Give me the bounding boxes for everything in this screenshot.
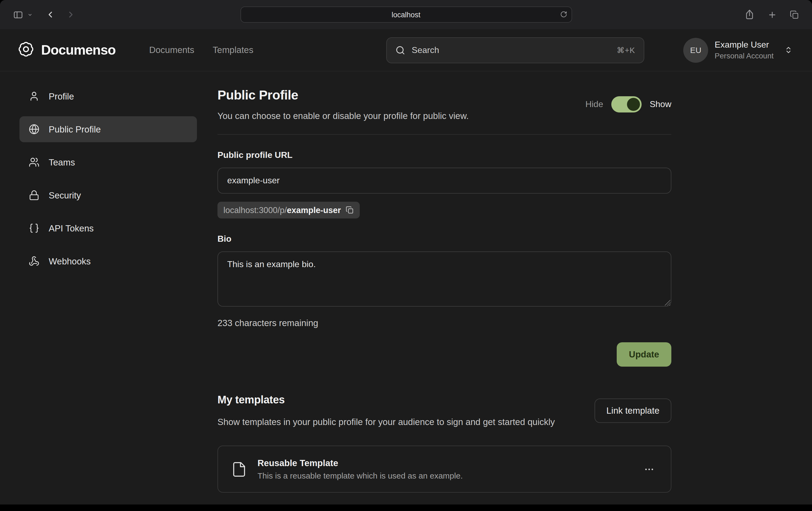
address-bar[interactable]: localhost [240, 6, 572, 23]
section-divider [218, 134, 671, 134]
page-title: Public Profile [218, 88, 469, 103]
sidebar-item-teams[interactable]: Teams [20, 149, 197, 175]
profile-visibility-toggle[interactable] [611, 96, 642, 113]
user-info: Example User Personal Account [715, 40, 774, 60]
form-actions: Update [218, 342, 671, 367]
toggle-knob [627, 98, 640, 111]
documenso-app: Documenso Documents Templates ⌘+K EU [0, 29, 812, 505]
settings-sidebar: Profile Public Profile Teams Security [20, 83, 197, 274]
lock-icon [29, 190, 39, 201]
documenso-logo-icon [18, 41, 34, 59]
copy-url-button[interactable] [346, 206, 354, 214]
ellipsis-icon [644, 464, 655, 475]
back-button[interactable] [43, 7, 57, 22]
my-templates-text: My templates Show templates in your publ… [218, 394, 555, 429]
chevrons-up-down-icon [784, 46, 792, 54]
profile-url-input[interactable] [218, 168, 671, 193]
copy-icon [346, 206, 354, 214]
browser-toolbar: localhost [0, 0, 812, 29]
sidebar-item-label: Public Profile [49, 124, 101, 134]
settings-layout: Profile Public Profile Teams Security [0, 71, 812, 505]
browser-window: localhost [0, 0, 812, 505]
reload-button[interactable] [558, 9, 569, 20]
app-header: Documenso Documents Templates ⌘+K EU [0, 29, 812, 71]
template-name: Reusable Template [258, 458, 463, 468]
settings-content: Public Profile You can choose to enable … [218, 83, 671, 492]
my-templates-title: My templates [218, 394, 555, 406]
characters-remaining: 233 characters remaining [218, 318, 671, 328]
sidebar-item-label: Teams [49, 157, 75, 168]
sidebar-item-label: Profile [49, 91, 74, 101]
user-menu[interactable]: EU Example User Personal Account [683, 37, 792, 62]
globe-icon [29, 124, 39, 134]
webhook-icon [29, 256, 39, 267]
page-subtitle: You can choose to enable or disable your… [218, 111, 469, 121]
more-options-button[interactable] [640, 460, 658, 478]
search-bar[interactable]: ⌘+K [386, 37, 644, 63]
users-icon [29, 157, 39, 168]
sidebar-item-security[interactable]: Security [20, 182, 197, 208]
toolbar-left-group [11, 7, 78, 22]
url-slug: example-user [287, 205, 341, 215]
share-button[interactable] [742, 7, 757, 22]
sidebar-item-public-profile[interactable]: Public Profile [20, 116, 197, 142]
brand-name: Documenso [41, 42, 116, 58]
bio-label: Bio [218, 234, 671, 244]
sidebar-item-label: API Tokens [49, 223, 94, 233]
forward-button[interactable] [64, 7, 78, 22]
bio-textarea[interactable]: This is an example bio. [218, 251, 671, 307]
user-account-type: Personal Account [715, 51, 774, 60]
user-name: Example User [715, 40, 774, 50]
avatar: EU [683, 37, 708, 62]
user-icon [29, 91, 39, 102]
sidebar-item-profile[interactable]: Profile [20, 83, 197, 109]
page-head-text: Public Profile You can choose to enable … [218, 88, 469, 121]
new-tab-button[interactable] [765, 8, 779, 21]
visibility-toggle-row: Hide Show [585, 96, 671, 113]
url-prefix: localhost:3000/p/ [224, 205, 287, 215]
my-templates-head: My templates Show templates in your publ… [218, 394, 671, 429]
sidebar-item-label: Security [49, 190, 81, 200]
nav-documents[interactable]: Documents [149, 45, 194, 55]
template-card: Reusable Template This is a reusable tem… [218, 446, 671, 492]
page-head: Public Profile You can choose to enable … [218, 88, 671, 121]
link-template-button[interactable]: Link template [594, 398, 671, 423]
macos-window: localhost [0, 0, 812, 511]
my-templates-description: Show templates in your public profile fo… [218, 415, 555, 429]
primary-nav: Documents Templates [149, 45, 253, 55]
file-icon [231, 461, 247, 477]
template-description: This is a reusable template which is use… [258, 471, 463, 480]
template-info: Reusable Template This is a reusable tem… [258, 458, 463, 480]
sidebar-item-api-tokens[interactable]: API Tokens [20, 215, 197, 241]
sidebar-item-label: Webhooks [49, 256, 91, 266]
sidebar-item-webhooks[interactable]: Webhooks [20, 248, 197, 274]
search-shortcut-hint: ⌘+K [617, 46, 635, 54]
tab-overview-button[interactable] [788, 8, 801, 21]
sidebar-dropdown-chevron-icon[interactable] [25, 10, 35, 19]
brand-home-link[interactable]: Documenso [18, 41, 116, 59]
search-icon [396, 45, 405, 55]
search-input[interactable] [412, 45, 610, 55]
sidebar-toggle-button[interactable] [11, 7, 25, 22]
toolbar-right-group [742, 7, 801, 22]
profile-url-preview: localhost:3000/p/example-user [218, 202, 360, 218]
braces-icon [29, 223, 39, 234]
url-field-label: Public profile URL [218, 150, 671, 160]
toggle-show-label: Show [650, 99, 671, 109]
toggle-hide-label: Hide [585, 99, 603, 109]
address-url-text: localhost [392, 10, 420, 19]
bio-field: This is an example bio. [218, 251, 671, 307]
nav-templates[interactable]: Templates [212, 45, 253, 55]
update-button[interactable]: Update [617, 342, 671, 367]
